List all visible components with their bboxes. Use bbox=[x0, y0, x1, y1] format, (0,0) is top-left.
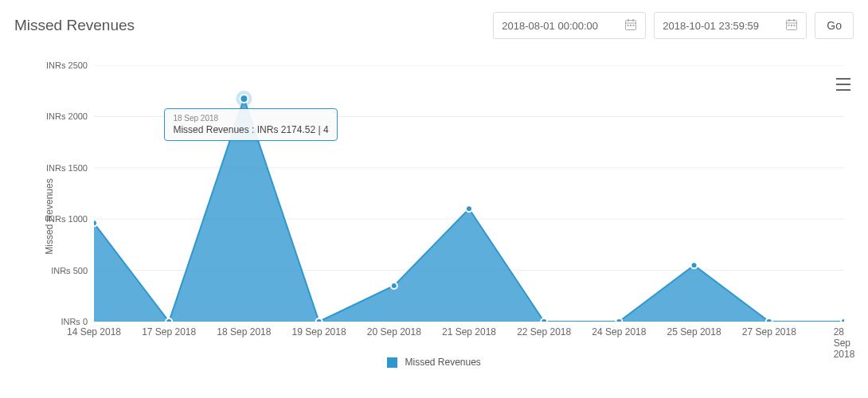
x-tick-label: 25 Sep 2018 bbox=[667, 326, 721, 338]
svg-rect-6 bbox=[633, 25, 635, 26]
legend-label: Missed Revenues bbox=[405, 357, 480, 368]
x-tick-label: 24 Sep 2018 bbox=[592, 326, 646, 338]
go-button[interactable]: Go bbox=[815, 12, 854, 39]
svg-point-36 bbox=[391, 283, 397, 289]
legend-swatch bbox=[387, 357, 397, 368]
x-tick-label: 18 Sep 2018 bbox=[217, 326, 271, 338]
y-tick-label: INRs 1500 bbox=[46, 163, 94, 173]
x-tick-label: 20 Sep 2018 bbox=[367, 326, 421, 338]
y-tick-label: INRs 2500 bbox=[46, 60, 94, 70]
y-tick-label: INRs 0 bbox=[61, 317, 94, 326]
svg-rect-12 bbox=[791, 25, 792, 26]
chart-tooltip: 18 Sep 2018Missed Revenues : INRs 2174.5… bbox=[164, 108, 337, 141]
x-tick-label: 27 Sep 2018 bbox=[742, 326, 796, 338]
svg-point-32 bbox=[94, 220, 97, 226]
date-from-input[interactable]: 2018-08-01 00:00:00 bbox=[493, 12, 646, 39]
date-to-value: 2018-10-01 23:59:59 bbox=[663, 20, 759, 32]
missed-revenues-chart: Missed Revenues INRs 0INRs 500INRs 1000I… bbox=[14, 65, 854, 368]
x-tick-label: 17 Sep 2018 bbox=[142, 326, 196, 338]
x-tick-label: 14 Sep 2018 bbox=[67, 326, 121, 338]
svg-rect-4 bbox=[628, 25, 629, 26]
x-tick-label: 19 Sep 2018 bbox=[292, 326, 346, 338]
svg-rect-13 bbox=[794, 25, 796, 26]
svg-rect-5 bbox=[630, 25, 631, 26]
date-from-value: 2018-08-01 00:00:00 bbox=[502, 20, 598, 32]
y-tick-label: INRs 2000 bbox=[46, 111, 94, 121]
x-tick-label: 21 Sep 2018 bbox=[442, 326, 496, 338]
x-tick-label: 22 Sep 2018 bbox=[517, 326, 571, 338]
calendar-icon bbox=[785, 18, 798, 33]
y-tick-label: INRs 1000 bbox=[46, 214, 94, 224]
svg-point-40 bbox=[691, 262, 698, 268]
y-tick-label: INRs 500 bbox=[51, 266, 94, 275]
date-range-controls: 2018-08-01 00:00:00 2018-10-01 23:59:59 … bbox=[493, 12, 854, 39]
svg-point-44 bbox=[240, 95, 248, 103]
svg-point-37 bbox=[466, 205, 472, 212]
svg-rect-11 bbox=[788, 25, 790, 26]
date-to-input[interactable]: 2018-10-01 23:59:59 bbox=[654, 12, 807, 39]
calendar-icon bbox=[624, 18, 637, 33]
x-tick-label: 28 Sep 2018 bbox=[834, 326, 855, 360]
chart-legend: Missed Revenues bbox=[14, 357, 854, 368]
page-title: Missed Revenues bbox=[14, 17, 135, 34]
tooltip-date: 18 Sep 2018 bbox=[173, 114, 328, 123]
tooltip-value: Missed Revenues : INRs 2174.52 | 4 bbox=[173, 124, 328, 135]
